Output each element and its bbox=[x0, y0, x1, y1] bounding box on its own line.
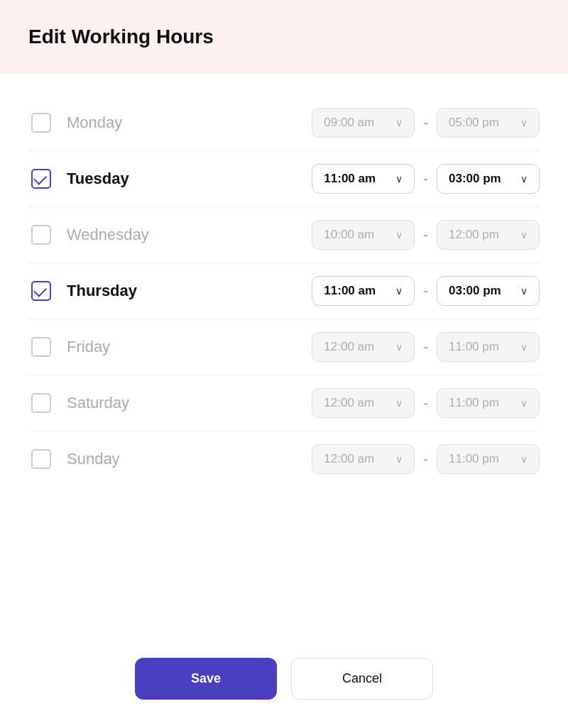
time-separator-saturday: - bbox=[423, 395, 428, 412]
checkbox-wrapper-thursday bbox=[28, 278, 54, 304]
day-label-monday: Monday bbox=[67, 114, 180, 132]
end-time-text-sunday: 11:00 pm bbox=[449, 452, 499, 466]
day-label-wednesday: Wednesday bbox=[67, 226, 180, 244]
checkbox-friday[interactable] bbox=[31, 337, 51, 357]
start-chevron-icon-saturday: ∨ bbox=[395, 397, 403, 409]
day-row-wednesday: Wednesday10:00 am∨-12:00 pm∨ bbox=[28, 207, 540, 263]
end-chevron-icon-sunday: ∨ bbox=[520, 453, 528, 465]
time-separator-tuesday: - bbox=[423, 171, 428, 187]
checkbox-wrapper-sunday bbox=[28, 446, 54, 472]
checkbox-thursday[interactable] bbox=[31, 281, 51, 301]
end-chevron-icon-wednesday: ∨ bbox=[520, 229, 528, 241]
page-title: Edit Working Hours bbox=[28, 26, 540, 48]
time-controls-friday: 12:00 am∨-11:00 pm∨ bbox=[312, 332, 540, 362]
day-row-monday: Monday09:00 am∨-05:00 pm∨ bbox=[28, 95, 540, 151]
start-time-friday[interactable]: 12:00 am∨ bbox=[312, 332, 415, 362]
end-time-wednesday[interactable]: 12:00 pm∨ bbox=[437, 220, 540, 250]
time-separator-wednesday: - bbox=[423, 227, 428, 243]
end-time-text-friday: 11:00 pm bbox=[449, 340, 499, 354]
time-separator-friday: - bbox=[423, 339, 428, 355]
end-time-text-monday: 05:00 pm bbox=[449, 116, 499, 130]
checkbox-wrapper-tuesday bbox=[28, 166, 54, 192]
checkbox-saturday[interactable] bbox=[31, 393, 51, 413]
day-label-friday: Friday bbox=[67, 338, 180, 356]
end-chevron-icon-thursday: ∨ bbox=[520, 285, 528, 297]
time-controls-monday: 09:00 am∨-05:00 pm∨ bbox=[312, 108, 540, 138]
day-row-sunday: Sunday12:00 am∨-11:00 pm∨ bbox=[28, 431, 540, 487]
end-time-text-wednesday: 12:00 pm bbox=[449, 228, 499, 242]
start-chevron-icon-sunday: ∨ bbox=[395, 453, 403, 465]
checkbox-wrapper-wednesday bbox=[28, 222, 54, 248]
time-controls-tuesday: 11:00 am∨-03:00 pm∨ bbox=[312, 164, 540, 194]
time-separator-sunday: - bbox=[423, 451, 428, 468]
day-row-friday: Friday12:00 am∨-11:00 pm∨ bbox=[28, 319, 540, 375]
start-time-saturday[interactable]: 12:00 am∨ bbox=[312, 388, 415, 418]
end-chevron-icon-tuesday: ∨ bbox=[520, 173, 528, 184]
start-chevron-icon-tuesday: ∨ bbox=[395, 173, 403, 184]
day-row-thursday: Thursday11:00 am∨-03:00 pm∨ bbox=[28, 263, 540, 319]
time-controls-thursday: 11:00 am∨-03:00 pm∨ bbox=[312, 276, 540, 306]
start-time-wednesday[interactable]: 10:00 am∨ bbox=[312, 220, 415, 250]
start-time-text-thursday: 11:00 am bbox=[324, 284, 376, 298]
time-controls-wednesday: 10:00 am∨-12:00 pm∨ bbox=[312, 220, 540, 250]
end-chevron-icon-monday: ∨ bbox=[520, 117, 528, 128]
end-time-text-saturday: 11:00 pm bbox=[449, 396, 499, 410]
checkbox-wednesday[interactable] bbox=[31, 225, 51, 245]
checkbox-wrapper-friday bbox=[28, 334, 54, 360]
end-time-friday[interactable]: 11:00 pm∨ bbox=[437, 332, 540, 362]
day-label-tuesday: Tuesday bbox=[67, 170, 180, 188]
day-row-saturday: Saturday12:00 am∨-11:00 pm∨ bbox=[28, 375, 540, 431]
checkbox-monday[interactable] bbox=[31, 113, 51, 133]
end-time-text-tuesday: 03:00 pm bbox=[449, 172, 501, 186]
end-time-thursday[interactable]: 03:00 pm∨ bbox=[437, 276, 540, 306]
start-time-sunday[interactable]: 12:00 am∨ bbox=[312, 444, 415, 474]
checkbox-wrapper-monday bbox=[28, 110, 54, 136]
day-label-saturday: Saturday bbox=[67, 394, 180, 412]
end-time-monday[interactable]: 05:00 pm∨ bbox=[437, 108, 540, 138]
end-time-sunday[interactable]: 11:00 pm∨ bbox=[437, 444, 540, 474]
checkbox-tuesday[interactable] bbox=[31, 169, 51, 189]
day-label-sunday: Sunday bbox=[67, 450, 180, 468]
start-chevron-icon-wednesday: ∨ bbox=[395, 229, 403, 241]
start-time-text-friday: 12:00 am bbox=[324, 340, 374, 354]
checkbox-sunday[interactable] bbox=[31, 449, 51, 469]
footer-actions: Save Cancel bbox=[0, 636, 568, 728]
start-time-monday[interactable]: 09:00 am∨ bbox=[312, 108, 415, 138]
start-time-text-tuesday: 11:00 am bbox=[324, 172, 376, 186]
cancel-button[interactable]: Cancel bbox=[291, 658, 433, 700]
end-chevron-icon-saturday: ∨ bbox=[520, 397, 528, 409]
start-chevron-icon-thursday: ∨ bbox=[395, 285, 403, 297]
start-time-text-sunday: 12:00 am bbox=[324, 452, 374, 466]
save-button[interactable]: Save bbox=[135, 658, 277, 700]
end-chevron-icon-friday: ∨ bbox=[520, 341, 528, 353]
start-time-thursday[interactable]: 11:00 am∨ bbox=[312, 276, 415, 306]
time-separator-monday: - bbox=[423, 115, 428, 131]
page-header: Edit Working Hours bbox=[0, 0, 568, 74]
start-time-tuesday[interactable]: 11:00 am∨ bbox=[312, 164, 415, 194]
end-time-text-thursday: 03:00 pm bbox=[449, 284, 501, 298]
time-controls-sunday: 12:00 am∨-11:00 pm∨ bbox=[312, 444, 540, 474]
day-row-tuesday: Tuesday11:00 am∨-03:00 pm∨ bbox=[28, 151, 540, 207]
checkbox-wrapper-saturday bbox=[28, 390, 54, 416]
days-content: Monday09:00 am∨-05:00 pm∨Tuesday11:00 am… bbox=[0, 74, 568, 636]
start-time-text-wednesday: 10:00 am bbox=[324, 228, 374, 242]
start-time-text-monday: 09:00 am bbox=[324, 116, 374, 130]
end-time-tuesday[interactable]: 03:00 pm∨ bbox=[437, 164, 540, 194]
start-chevron-icon-monday: ∨ bbox=[395, 117, 403, 128]
start-chevron-icon-friday: ∨ bbox=[395, 341, 403, 353]
start-time-text-saturday: 12:00 am bbox=[324, 396, 374, 410]
time-separator-thursday: - bbox=[423, 283, 428, 299]
end-time-saturday[interactable]: 11:00 pm∨ bbox=[437, 388, 540, 418]
time-controls-saturday: 12:00 am∨-11:00 pm∨ bbox=[312, 388, 540, 418]
day-label-thursday: Thursday bbox=[67, 282, 180, 300]
